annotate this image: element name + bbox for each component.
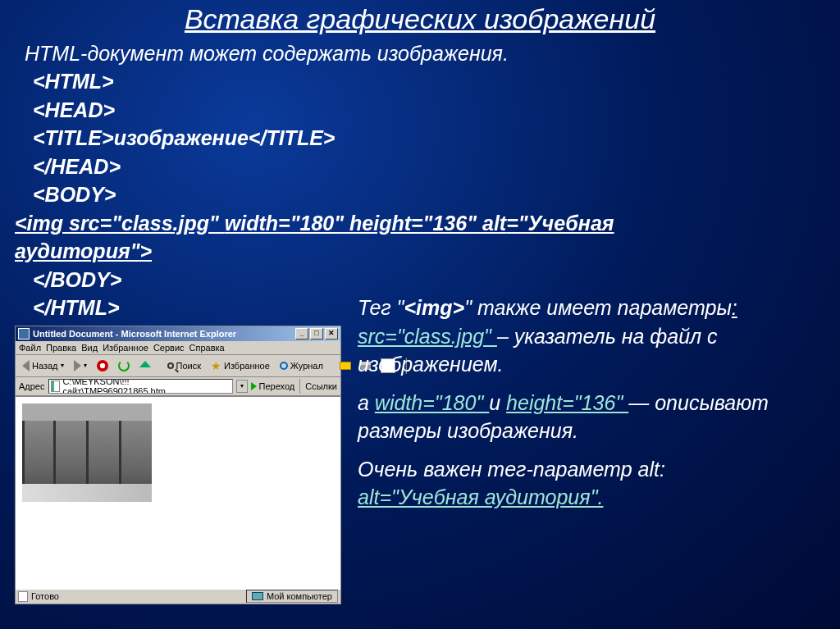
menu-edit[interactable]: Правка (46, 343, 76, 353)
code-part: ="136" (411, 212, 482, 235)
width-param: width="180" (375, 391, 489, 414)
address-bar: Адрес C:\MEYKSON\!!!сайт\TMP969021865.ht… (16, 377, 340, 396)
img-tag-part: <img src="class.jpg" (15, 212, 225, 235)
height-attr: height (349, 212, 411, 235)
code-line: <HTML> (33, 67, 825, 96)
text: а (358, 391, 375, 414)
code-line-img: <img src="class.jpg" width="180" height=… (15, 209, 825, 238)
search-button[interactable]: Поиск (164, 360, 204, 371)
alt-attr: alt (482, 212, 506, 235)
go-button[interactable]: Переход (251, 381, 295, 391)
code-part: ="180" (278, 212, 349, 235)
code-line: <TITLE>изображение</TITLE> (33, 124, 825, 153)
history-button[interactable]: Журнал (276, 360, 326, 371)
refresh-button[interactable] (115, 359, 133, 372)
menu-tools[interactable]: Сервис (153, 343, 185, 353)
code-part: ="Учебная (506, 212, 614, 235)
search-icon (167, 362, 174, 369)
menu-view[interactable]: Вид (81, 343, 98, 353)
favorites-icon: ★ (211, 361, 221, 371)
close-button[interactable]: ✕ (325, 328, 338, 340)
stop-button[interactable] (94, 359, 112, 372)
slide-title: Вставка графических изображений (15, 3, 825, 35)
window-titlebar: Untitled Document - Microsoft Internet E… (16, 326, 340, 341)
paragraph: а width="180" и height="136" — описывают… (358, 389, 825, 445)
classroom-image (22, 403, 152, 502)
favorites-button[interactable]: ★Избранное (208, 360, 273, 371)
code-line: <BODY> (33, 180, 825, 209)
paragraph: Тег "<img>" также имеет параметры: src="… (358, 294, 825, 379)
code-line: аудитория"> (15, 237, 825, 266)
src-param: src="class.jpg" (358, 325, 497, 348)
refresh-icon (118, 360, 130, 371)
address-dropdown[interactable]: ▾ (236, 380, 248, 393)
toolbar: Назад ▾ ▾ Поиск ★Избранное Журнал (16, 355, 340, 377)
computer-icon (252, 592, 263, 600)
forward-arrow-icon (74, 360, 81, 371)
code-line: </HEAD> (33, 153, 825, 181)
ie-icon (18, 328, 30, 340)
text: : (732, 296, 737, 319)
zone-label: Мой компьютер (267, 591, 332, 601)
menu-favorites[interactable]: Избранное (103, 343, 148, 353)
menu-help[interactable]: Справка (189, 343, 225, 353)
maximize-button[interactable]: □ (310, 328, 323, 340)
text: Тег " (358, 296, 404, 319)
browser-window: Untitled Document - Microsoft Internet E… (15, 326, 341, 604)
text: Очень важен тег-параметр alt: (358, 458, 665, 481)
favorites-label: Избранное (224, 361, 270, 371)
back-arrow-icon (22, 360, 30, 371)
back-label: Назад (32, 361, 58, 371)
history-icon (280, 362, 288, 370)
go-arrow-icon (251, 382, 257, 390)
menu-bar: Файл Правка Вид Избранное Сервис Справка (16, 341, 340, 355)
security-zone: Мой компьютер (246, 590, 338, 603)
home-button[interactable] (136, 362, 154, 370)
window-title: Untitled Document - Microsoft Internet E… (33, 329, 236, 339)
home-icon (139, 361, 151, 367)
code-line: <HEAD> (33, 96, 825, 125)
text: и (489, 391, 506, 414)
history-label: Журнал (290, 361, 323, 371)
mail-button[interactable] (336, 361, 354, 371)
code-part: аудитория"> (15, 239, 152, 262)
height-param: height="136" (506, 391, 628, 414)
alt-param: alt="Учебная аудитория". (358, 485, 603, 508)
intro-text: HTML-документ может содержать изображени… (25, 42, 825, 66)
explanation-text: Тег "<img>" также имеет параметры: src="… (358, 294, 825, 604)
code-line: </HTML> (33, 294, 343, 322)
back-button[interactable]: Назад ▾ (19, 359, 67, 372)
status-bar: Готово Мой компьютер (16, 589, 340, 604)
paragraph: Очень важен тег-параметр alt: alt="Учебн… (358, 455, 825, 512)
stop-icon (97, 360, 108, 371)
browser-viewport (16, 396, 340, 589)
minimize-button[interactable]: _ (295, 328, 308, 340)
forward-button[interactable]: ▾ (71, 359, 90, 372)
address-label: Адрес (19, 381, 45, 391)
width-attr: width (225, 212, 278, 235)
menu-file[interactable]: Файл (19, 343, 41, 353)
status-text: Готово (31, 591, 59, 601)
code-line: </BODY> (33, 266, 825, 294)
text: " также имеет параметры (464, 296, 732, 319)
page-icon (18, 591, 28, 602)
go-label: Переход (259, 381, 295, 391)
page-icon (51, 381, 61, 392)
code-block: <HTML> <HEAD> <TITLE>изображение</TITLE>… (15, 67, 825, 294)
address-text: C:\MEYKSON\!!!сайт\TMP969021865.htm (62, 379, 230, 394)
address-field[interactable]: C:\MEYKSON\!!!сайт\TMP969021865.htm (48, 379, 233, 394)
links-label[interactable]: Ссылки (305, 381, 337, 391)
search-label: Поиск (176, 361, 201, 371)
img-tag-bold: <img> (404, 296, 465, 319)
mail-icon (340, 362, 351, 370)
